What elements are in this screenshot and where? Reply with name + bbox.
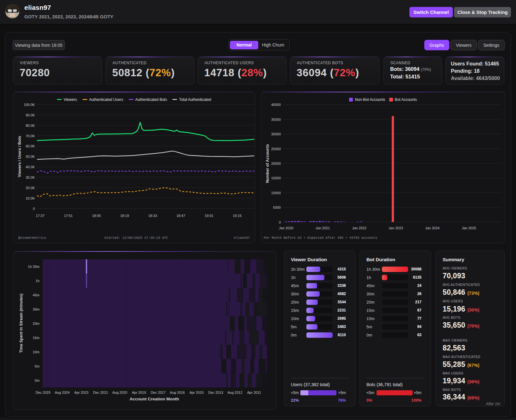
svg-text:Aug 2012: Aug 2012 bbox=[227, 391, 242, 394]
svg-text:30000: 30000 bbox=[271, 132, 281, 136]
svg-text:17:37: 17:37 bbox=[36, 214, 45, 218]
svg-text:Aug 2016: Aug 2016 bbox=[170, 391, 185, 394]
svg-text:Apr 2023: Apr 2023 bbox=[74, 391, 89, 394]
svg-text:19:01: 19:01 bbox=[205, 214, 213, 218]
svg-text:Aug 2020: Aug 2020 bbox=[112, 391, 127, 394]
svg-text:70.0K: 70.0K bbox=[26, 134, 35, 138]
svg-text:80.0K: 80.0K bbox=[26, 124, 35, 127]
svg-text:0: 0 bbox=[279, 220, 281, 224]
svg-text:15000: 15000 bbox=[271, 176, 281, 180]
svg-text:0m: 0m bbox=[35, 379, 40, 382]
svg-text:Time Spent in Stream (minutes): Time Spent in Stream (minutes) bbox=[19, 293, 23, 353]
svg-text:Jan 2023: Jan 2023 bbox=[389, 226, 403, 230]
svg-text:18:19: 18:19 bbox=[120, 214, 129, 218]
svg-text:5m: 5m bbox=[35, 364, 40, 368]
svg-text:20000: 20000 bbox=[271, 162, 281, 165]
svg-text:17:51: 17:51 bbox=[64, 214, 73, 218]
svg-text:19:15: 19:15 bbox=[233, 214, 242, 218]
svg-text:18:33: 18:33 bbox=[148, 214, 157, 218]
svg-text:10m: 10m bbox=[33, 350, 40, 354]
svg-text:35000: 35000 bbox=[271, 118, 281, 121]
svg-text:45m: 45m bbox=[33, 293, 40, 297]
svg-text:Dec 2025: Dec 2025 bbox=[35, 391, 50, 394]
svg-text:Jan 2022: Jan 2022 bbox=[352, 226, 366, 230]
svg-text:Jan 2020: Jan 2020 bbox=[279, 226, 293, 230]
svg-text:Apr 2015: Apr 2015 bbox=[189, 391, 204, 394]
svg-text:5000: 5000 bbox=[273, 206, 281, 209]
svg-text:25000: 25000 bbox=[271, 147, 281, 151]
svg-text:Aug 2024: Aug 2024 bbox=[55, 391, 70, 394]
svg-text:18:47: 18:47 bbox=[176, 214, 185, 218]
svg-text:1h: 1h bbox=[36, 279, 40, 283]
svg-text:100.0K: 100.0K bbox=[24, 103, 35, 107]
svg-text:90.0K: 90.0K bbox=[26, 113, 35, 117]
svg-text:1h 30m: 1h 30m bbox=[28, 265, 40, 269]
svg-text:18:05: 18:05 bbox=[92, 214, 101, 218]
svg-text:0: 0 bbox=[33, 207, 35, 211]
svg-text:30.0K: 30.0K bbox=[26, 176, 35, 179]
svg-text:Jan 2024: Jan 2024 bbox=[425, 226, 439, 230]
svg-text:Jan 2025: Jan 2025 bbox=[462, 226, 476, 230]
svg-text:10.0K: 10.0K bbox=[26, 196, 35, 200]
svg-text:60.0K: 60.0K bbox=[26, 144, 35, 148]
svg-text:20m: 20m bbox=[33, 322, 40, 325]
svg-text:Dec 2017: Dec 2017 bbox=[151, 391, 166, 394]
svg-text:20.0K: 20.0K bbox=[26, 186, 35, 190]
svg-text:40.0K: 40.0K bbox=[26, 165, 35, 169]
svg-text:Viewers / Users / Bots: Viewers / Users / Bots bbox=[17, 136, 22, 177]
svg-text:Account Creation Month: Account Creation Month bbox=[130, 397, 179, 401]
svg-text:30m: 30m bbox=[33, 307, 40, 311]
svg-text:Jan 2021: Jan 2021 bbox=[316, 226, 330, 230]
svg-text:15m: 15m bbox=[33, 336, 40, 340]
svg-text:Apr 2011: Apr 2011 bbox=[247, 391, 261, 394]
svg-text:Number of Accounts: Number of Accounts bbox=[265, 144, 270, 183]
svg-text:40000: 40000 bbox=[271, 103, 281, 107]
svg-text:50.0K: 50.0K bbox=[26, 155, 35, 158]
svg-text:Apr 2019: Apr 2019 bbox=[132, 391, 146, 394]
svg-text:Dec 2021: Dec 2021 bbox=[93, 391, 108, 394]
svg-text:10000: 10000 bbox=[271, 191, 281, 195]
svg-text:Dec 2013: Dec 2013 bbox=[208, 391, 223, 394]
